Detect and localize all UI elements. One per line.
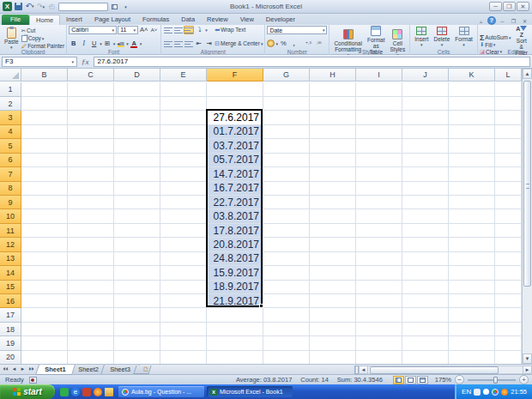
comma-icon[interactable]: , xyxy=(289,39,299,48)
firefox-tray-icon[interactable] xyxy=(501,389,508,396)
cell-K16[interactable] xyxy=(449,294,495,308)
cell-H16[interactable] xyxy=(310,294,356,308)
custom-command-icon[interactable]: ◴ xyxy=(47,2,57,11)
cell-E19[interactable] xyxy=(160,336,207,350)
task-button-browser[interactable]: Aula.bg - Question - ... xyxy=(118,386,204,397)
cell-K17[interactable] xyxy=(449,308,495,322)
cell-J14[interactable] xyxy=(402,266,449,280)
cell-L10[interactable] xyxy=(495,209,522,223)
cell-J18[interactable] xyxy=(402,323,449,336)
cell-F4[interactable]: 01.7.2017 xyxy=(207,125,263,139)
cell-K15[interactable] xyxy=(449,281,495,294)
cell-F19[interactable] xyxy=(207,336,263,350)
cell-B6[interactable] xyxy=(21,154,68,167)
qat-extra-icon[interactable] xyxy=(110,2,119,11)
cell-H10[interactable] xyxy=(310,209,356,223)
cell-F16[interactable]: 21.9.2017 xyxy=(207,294,263,308)
cell-I19[interactable] xyxy=(356,336,402,350)
cell-D13[interactable] xyxy=(114,252,160,266)
browser-tray-icon[interactable] xyxy=(492,389,499,396)
cell-C14[interactable] xyxy=(68,266,114,280)
column-header-G[interactable]: G xyxy=(263,69,310,82)
cell-H2[interactable] xyxy=(310,97,356,111)
vertical-scrollbar[interactable]: ▲ ▼ xyxy=(522,69,532,364)
cell-J5[interactable] xyxy=(402,139,449,153)
cell-B10[interactable] xyxy=(21,209,68,223)
cell-K13[interactable] xyxy=(449,252,495,266)
cell-E17[interactable] xyxy=(160,308,207,322)
cell-E6[interactable] xyxy=(160,154,207,167)
row-header-17[interactable]: 17 xyxy=(0,308,21,322)
fill-button[interactable]: ⬇Fill▾ xyxy=(480,41,511,48)
cell-L12[interactable] xyxy=(495,238,522,251)
font-color-icon[interactable]: A xyxy=(130,39,139,48)
cell-G1[interactable] xyxy=(263,82,310,96)
scroll-up-icon[interactable]: ▲ xyxy=(523,69,532,79)
cell-E11[interactable] xyxy=(160,224,207,238)
minimize-icon[interactable]: ─ xyxy=(489,2,502,11)
close-icon[interactable]: ✕ xyxy=(517,2,529,11)
cell-I1[interactable] xyxy=(356,82,402,96)
zoom-slider[interactable] xyxy=(468,379,516,381)
page-layout-view-icon[interactable] xyxy=(405,376,416,384)
cell-B12[interactable] xyxy=(21,238,68,251)
column-header-F[interactable]: F xyxy=(207,69,263,82)
column-header-L[interactable]: L xyxy=(495,69,522,82)
cell-H15[interactable] xyxy=(310,281,356,294)
row-header-14[interactable]: 14 xyxy=(0,266,21,280)
font-name-combo[interactable]: Calibri▾ xyxy=(69,26,117,34)
cell-D15[interactable] xyxy=(114,281,160,294)
cell-C8[interactable] xyxy=(68,182,114,196)
format-cells-button[interactable]: Format▾ xyxy=(452,27,475,48)
cell-L8[interactable] xyxy=(495,182,522,196)
cell-E1[interactable] xyxy=(160,82,207,96)
cell-H4[interactable] xyxy=(310,125,356,139)
cell-C16[interactable] xyxy=(68,294,114,308)
quick-launch-icon-1[interactable] xyxy=(60,388,69,396)
grow-font-icon[interactable]: A˄ xyxy=(139,26,148,34)
cell-B1[interactable] xyxy=(21,82,68,96)
cell-J6[interactable] xyxy=(402,154,449,167)
cell-C4[interactable] xyxy=(68,125,114,139)
cell-H11[interactable] xyxy=(310,224,356,238)
tab-insert[interactable]: Insert xyxy=(60,15,88,25)
decrease-decimal-icon[interactable]: ·⁰⁰ xyxy=(314,39,323,48)
cell-D19[interactable] xyxy=(114,336,160,350)
cell-B17[interactable] xyxy=(21,308,68,322)
cell-G6[interactable] xyxy=(263,154,310,167)
cell-E13[interactable] xyxy=(160,252,207,266)
cell-B4[interactable] xyxy=(21,125,68,139)
next-sheet-icon[interactable]: ► xyxy=(19,366,27,372)
cell-F7[interactable]: 14.7.2017 xyxy=(207,167,263,181)
cell-I7[interactable] xyxy=(356,167,402,181)
fill-color-icon[interactable]: ◂▨ xyxy=(116,39,125,48)
cell-K20[interactable] xyxy=(449,351,495,364)
increase-indent-icon[interactable]: ⇥ xyxy=(204,39,214,48)
cell-E4[interactable] xyxy=(160,125,207,139)
cell-C6[interactable] xyxy=(68,154,114,167)
cell-I2[interactable] xyxy=(356,97,402,111)
cell-L2[interactable] xyxy=(495,97,522,111)
workbook-restore-icon[interactable]: ❐ xyxy=(509,17,518,25)
cell-K10[interactable] xyxy=(449,209,495,223)
column-header-E[interactable]: E xyxy=(160,69,207,82)
cell-F11[interactable]: 17.8.2017 xyxy=(207,224,263,238)
cell-J12[interactable] xyxy=(402,238,449,251)
column-header-D[interactable]: D xyxy=(114,69,160,82)
column-header-I[interactable]: I xyxy=(356,69,402,82)
cell-I6[interactable] xyxy=(356,154,402,167)
shrink-font-icon[interactable]: A˅ xyxy=(149,26,159,34)
cell-B20[interactable] xyxy=(21,351,68,364)
cell-H13[interactable] xyxy=(310,252,356,266)
tab-developer[interactable]: Developer xyxy=(260,15,301,25)
cell-D10[interactable] xyxy=(114,209,160,223)
cell-C19[interactable] xyxy=(68,336,114,350)
firefox-icon[interactable] xyxy=(94,388,102,396)
help-icon[interactable]: ? xyxy=(487,16,496,25)
cell-G2[interactable] xyxy=(263,97,310,111)
cell-J2[interactable] xyxy=(402,97,449,111)
cell-L11[interactable] xyxy=(495,224,522,238)
cell-C2[interactable] xyxy=(68,97,114,111)
qat-dropdown-icon[interactable]: ▾ xyxy=(121,2,130,11)
cell-J4[interactable] xyxy=(402,125,449,139)
